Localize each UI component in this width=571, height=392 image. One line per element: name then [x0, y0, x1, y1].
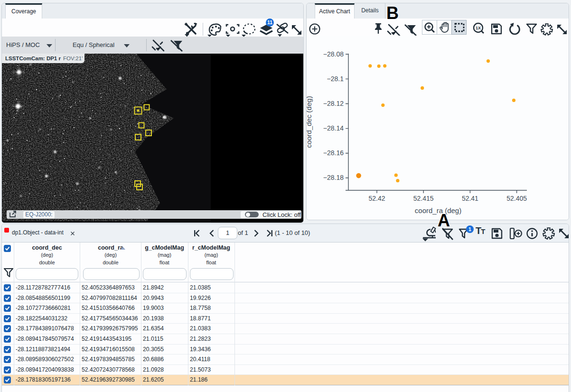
- svg-text:−28.1: −28.1: [327, 75, 344, 83]
- svg-text:52.41: 52.41: [462, 195, 478, 202]
- svg-text:−28.16: −28.16: [323, 149, 344, 157]
- svg-text:52.415: 52.415: [413, 195, 434, 202]
- svg-text:1X: 1X: [476, 26, 481, 30]
- svg-text:coord_dec (deg): coord_dec (deg): [307, 96, 313, 148]
- svg-text:−28.08: −28.08: [323, 50, 344, 58]
- svg-text:−28.18: −28.18: [323, 174, 344, 181]
- svg-text:52.42: 52.42: [368, 195, 385, 202]
- svg-text:52.405: 52.405: [506, 195, 527, 202]
- svg-text:−28.12: −28.12: [323, 100, 344, 107]
- svg-text:−28.14: −28.14: [323, 124, 344, 132]
